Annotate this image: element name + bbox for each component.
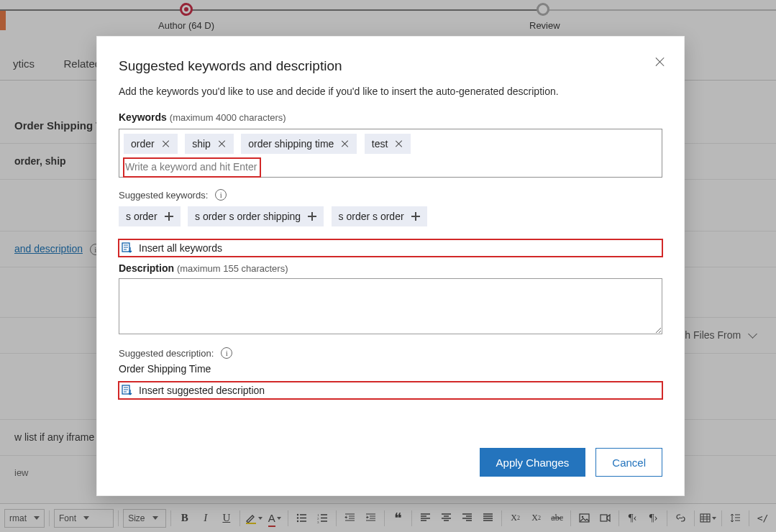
insert-icon xyxy=(122,385,133,396)
keyword-chip: ship xyxy=(185,134,234,154)
suggested-keyword-text: s order xyxy=(126,211,158,222)
add-icon[interactable] xyxy=(411,212,420,221)
keywords-label: Keywords xyxy=(119,111,167,123)
insert-suggested-description-label: Insert suggested description xyxy=(139,385,265,396)
info-icon[interactable] xyxy=(215,189,227,201)
keyword-input-highlight xyxy=(124,158,260,177)
suggested-keyword-chip[interactable]: s order s order xyxy=(332,206,427,226)
description-textarea[interactable] xyxy=(119,278,662,334)
keywords-hint: (maximum 4000 characters) xyxy=(170,112,286,123)
remove-icon[interactable] xyxy=(162,139,170,148)
suggested-description-label: Suggested description: xyxy=(119,347,662,359)
description-hint: (maximum 155 characters) xyxy=(177,263,288,274)
suggested-keywords-modal: Suggested keywords and description Add t… xyxy=(96,36,685,496)
insert-icon xyxy=(122,242,133,254)
suggested-description-label-text: Suggested description: xyxy=(119,348,214,359)
suggested-keyword-text: s order s order xyxy=(339,211,404,222)
suggested-keyword-row: s order s order s order shipping s order… xyxy=(119,206,662,231)
remove-icon[interactable] xyxy=(218,139,227,148)
suggested-keywords-label: Suggested keywords: xyxy=(119,189,662,201)
cancel-button[interactable]: Cancel xyxy=(595,448,662,477)
keyword-chip-row: order ship order shipping time test xyxy=(124,134,657,158)
modal-actions: Apply Changes Cancel xyxy=(119,448,662,477)
close-icon[interactable] xyxy=(654,55,667,68)
modal-subtitle: Add the keywords you'd like to use and d… xyxy=(119,86,662,97)
apply-changes-button[interactable]: Apply Changes xyxy=(480,448,586,477)
suggested-keyword-chip[interactable]: s order xyxy=(119,206,181,226)
keyword-chip: order shipping time xyxy=(241,134,357,154)
keyword-chip-text: ship xyxy=(192,138,211,150)
modal-title: Suggested keywords and description xyxy=(119,58,662,74)
insert-all-keywords-button[interactable]: Insert all keywords xyxy=(119,239,662,257)
keyword-chip-text: test xyxy=(372,138,388,150)
suggested-description-text: Order Shipping Time xyxy=(119,363,662,375)
info-icon[interactable] xyxy=(221,347,232,359)
description-section-label: Description (maximum 155 characters) xyxy=(119,262,662,274)
keyword-chip-text: order shipping time xyxy=(248,138,334,150)
insert-suggested-description-button[interactable]: Insert suggested description xyxy=(119,382,662,399)
keyword-chip: test xyxy=(365,134,411,154)
keyword-chip: order xyxy=(124,134,178,154)
insert-all-keywords-label: Insert all keywords xyxy=(139,242,222,254)
suggested-keyword-chip[interactable]: s order s order shipping xyxy=(188,206,324,226)
remove-icon[interactable] xyxy=(341,139,350,148)
remove-icon[interactable] xyxy=(395,139,403,148)
suggested-keyword-text: s order s order shipping xyxy=(195,211,301,222)
suggested-keywords-label-text: Suggested keywords: xyxy=(119,190,208,201)
keyword-chip-text: order xyxy=(131,138,155,150)
add-icon[interactable] xyxy=(308,212,316,221)
keywords-section-label: Keywords (maximum 4000 characters) xyxy=(119,111,662,123)
keywords-input-box[interactable]: order ship order shipping time test xyxy=(119,129,662,178)
add-icon[interactable] xyxy=(165,212,173,221)
keyword-input[interactable] xyxy=(124,158,260,177)
description-label: Description xyxy=(119,262,174,274)
